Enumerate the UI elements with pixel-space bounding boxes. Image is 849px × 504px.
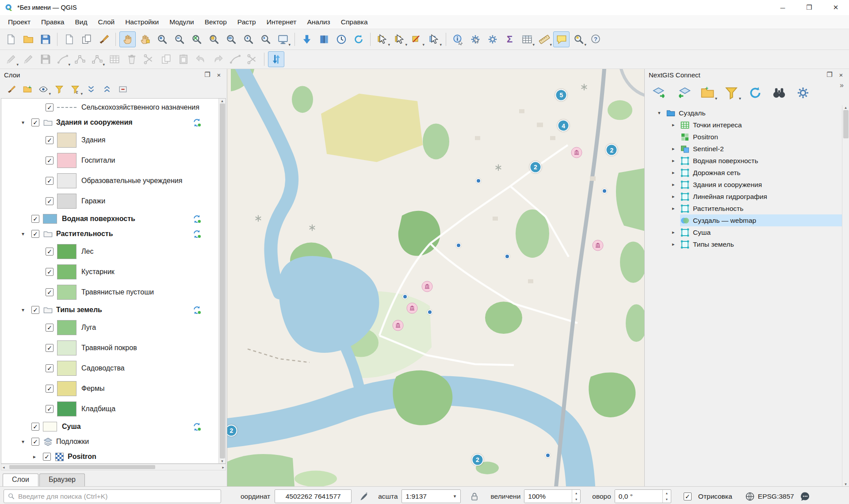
layer-checkbox[interactable]: ✓: [46, 344, 54, 352]
map-marker-num[interactable]: 4: [558, 120, 570, 132]
expand-all-button[interactable]: [84, 83, 98, 96]
save-project-button[interactable]: [37, 31, 54, 47]
layer-item[interactable]: ✓ Кладбища: [1, 399, 226, 419]
temporal-controller-button[interactable]: [333, 31, 349, 47]
toggle-editing-button[interactable]: [20, 51, 36, 67]
layer-item[interactable]: ✓ Гаражи: [1, 191, 226, 211]
collapse-arrow-icon[interactable]: ▾: [22, 119, 31, 126]
layer-checkbox[interactable]: ✓: [31, 118, 39, 126]
layers-horizontal-scrollbar[interactable]: ◂▸: [1, 464, 226, 470]
select-features-button[interactable]: ▾: [374, 31, 390, 47]
render-checkbox[interactable]: ✓: [684, 493, 692, 500]
search-box[interactable]: [4, 489, 221, 503]
map-marker-num[interactable]: 2: [529, 161, 541, 173]
layer-group[interactable]: ▾ ✓ Типы земель: [1, 302, 226, 317]
menu-raster[interactable]: Растр: [232, 16, 261, 28]
map-marker-num[interactable]: 2: [227, 424, 237, 436]
ngw-resource[interactable]: ▸ Здания и сооружения: [645, 179, 849, 191]
ngw-resource[interactable]: ▸ Типы земель: [645, 238, 849, 250]
layer-item[interactable]: ✓ Образовательные учреждения: [1, 171, 226, 191]
filter-by-expression-button[interactable]: ε▾: [68, 83, 82, 96]
layer-checkbox[interactable]: ✓: [46, 364, 54, 372]
map-marker-num[interactable]: 2: [471, 454, 483, 466]
deselect-all-button[interactable]: ▾: [409, 31, 425, 47]
ngw-sync-indicator-icon[interactable]: [192, 305, 202, 315]
attribute-table-button[interactable]: ▾: [519, 31, 535, 47]
undo-button[interactable]: [192, 51, 209, 67]
layer-checkbox[interactable]: ✓: [46, 157, 54, 164]
ngw-new-resource-button[interactable]: +▾: [698, 83, 717, 103]
ngw-sync-indicator-icon[interactable]: [192, 214, 202, 224]
close-panel-icon[interactable]: ×: [837, 71, 845, 79]
collapse-all-button[interactable]: [100, 83, 114, 96]
layer-group[interactable]: ▾ ✓ Подложки: [1, 434, 226, 449]
ngw-settings-button[interactable]: [793, 83, 813, 103]
minimize-button[interactable]: ─: [769, 0, 796, 15]
ngw-add-to-map-alt-button[interactable]: [674, 83, 693, 103]
layer-item[interactable]: ✓ Суша: [1, 419, 226, 434]
menu-help[interactable]: Справка: [336, 16, 373, 28]
layer-checkbox[interactable]: ✓: [31, 215, 39, 223]
search-input[interactable]: [18, 493, 217, 500]
delete-selected-button[interactable]: [123, 51, 140, 67]
layer-item[interactable]: ✓ Здания: [1, 130, 226, 150]
refresh-map-button[interactable]: [350, 31, 367, 47]
ngw-vertical-scrollbar[interactable]: ▴ ▾: [842, 105, 849, 486]
menu-web[interactable]: Интернет: [261, 16, 302, 28]
ngw-sync-indicator-icon[interactable]: [192, 229, 202, 239]
ngw-sync-button[interactable]: [268, 51, 284, 67]
collapse-arrow-icon[interactable]: ▾: [22, 231, 31, 237]
new-print-layout-button[interactable]: [61, 31, 77, 47]
menu-view[interactable]: Вид: [69, 16, 92, 28]
layer-checkbox[interactable]: ✓: [46, 268, 54, 276]
style-manager-button[interactable]: [96, 31, 112, 47]
cut-features-button[interactable]: [141, 51, 157, 67]
menu-vector[interactable]: Вектор: [199, 16, 232, 28]
menu-settings[interactable]: Настройки: [120, 16, 164, 28]
collapse-arrow-icon[interactable]: ▾: [658, 110, 666, 116]
tab-layers[interactable]: Слои: [3, 473, 38, 486]
layer-checkbox[interactable]: ✓: [46, 197, 54, 205]
paste-features-button[interactable]: [175, 51, 191, 67]
magnifier-input[interactable]: [524, 490, 572, 503]
spinner-arrows[interactable]: ▴▾: [572, 490, 580, 503]
processing-toolbox-button[interactable]: [484, 31, 501, 47]
layer-checkbox[interactable]: ✓: [46, 136, 54, 144]
layer-item[interactable]: ✓ Фермы: [1, 378, 226, 399]
menu-analysis[interactable]: Анализ: [302, 16, 335, 28]
layer-group[interactable]: ▾ ✓ Растительность: [1, 226, 226, 241]
crs-status[interactable]: EPSG:3857: [745, 491, 794, 502]
coordinates-input[interactable]: [275, 489, 352, 503]
panel-overflow-chevron[interactable]: »: [840, 80, 844, 89]
float-panel-icon[interactable]: ❐: [826, 71, 834, 79]
layer-item[interactable]: ✓ Луга: [1, 317, 226, 338]
chevron-down-icon[interactable]: ▾: [450, 493, 460, 499]
manage-map-themes-button[interactable]: ▾: [36, 83, 50, 96]
measure-button[interactable]: ▾: [536, 31, 552, 47]
ngw-resource[interactable]: ▾ Суздаль: [645, 107, 849, 119]
import-layer-button[interactable]: [298, 31, 315, 47]
ngw-sync-indicator-icon[interactable]: [192, 422, 202, 431]
layer-checkbox[interactable]: ✓: [46, 288, 54, 296]
render-toggle[interactable]: ✓ Отрисовка: [684, 493, 732, 500]
rotation-spinner[interactable]: ▴▾: [615, 489, 671, 503]
ngw-resource[interactable]: ▸ Растительность: [645, 202, 849, 214]
messages-icon[interactable]: [799, 490, 812, 503]
layer-checkbox[interactable]: ✓: [46, 405, 54, 413]
expand-arrow-icon[interactable]: ▸: [672, 194, 680, 199]
current-edits-button[interactable]: ▾: [3, 51, 19, 67]
spatial-bookmarks-button[interactable]: [316, 31, 332, 47]
expand-arrow-icon[interactable]: ▸: [672, 182, 680, 187]
layer-item[interactable]: ✓ Садоводства: [1, 358, 226, 378]
map-marker-num[interactable]: 2: [606, 144, 618, 156]
menu-layer[interactable]: Слой: [92, 16, 120, 28]
new-map-view-button[interactable]: ▾: [275, 31, 291, 47]
add-feature-button[interactable]: [72, 51, 88, 67]
layer-item[interactable]: ✓ Сельскохозяйственного назначения: [1, 100, 226, 115]
menu-project[interactable]: Проект: [3, 16, 36, 28]
menu-edit[interactable]: Правка: [36, 16, 69, 28]
layer-checkbox[interactable]: ✓: [46, 177, 54, 185]
map-tips-button[interactable]: [553, 31, 570, 47]
layers-vertical-scrollbar[interactable]: ▴▾: [218, 99, 226, 463]
zoom-next-button[interactable]: [257, 31, 274, 47]
